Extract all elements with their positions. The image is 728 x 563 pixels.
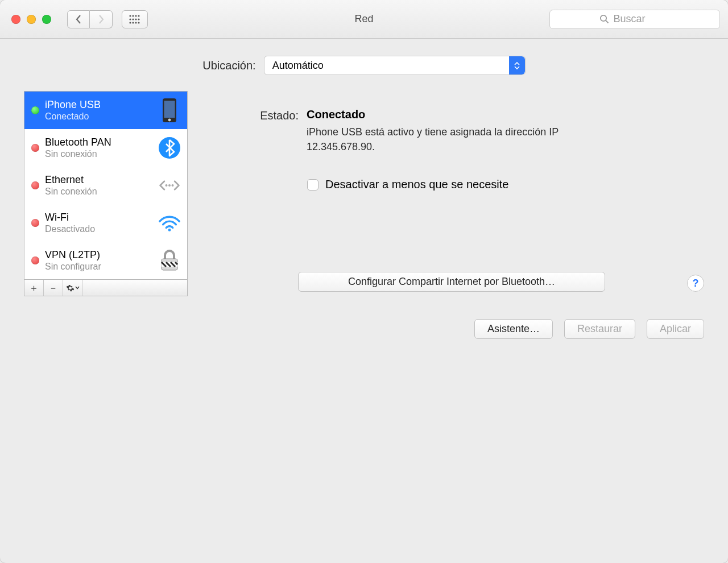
service-name: Wi-Fi	[45, 211, 152, 224]
configure-bluetooth-button[interactable]: Configurar Compartir Internet por Blueto…	[298, 272, 605, 292]
service-text: VPN (L2TP) Sin configurar	[45, 249, 152, 273]
apply-button[interactable]: Aplicar	[647, 319, 704, 339]
back-button[interactable]	[67, 10, 90, 28]
service-text: iPhone USB Conectado	[45, 98, 152, 123]
search-input[interactable]	[614, 13, 671, 25]
status-dot	[31, 219, 39, 227]
svg-point-18	[166, 184, 168, 187]
service-status: Desactivado	[45, 223, 152, 235]
svg-point-20	[171, 184, 173, 187]
svg-point-21	[168, 229, 171, 231]
svg-point-0	[129, 15, 131, 16]
vpn-icon	[158, 249, 181, 272]
svg-point-7	[138, 18, 139, 20]
svg-point-12	[600, 15, 606, 21]
location-row: Ubicación: Automático	[24, 56, 704, 75]
status-value: Conectado	[307, 108, 602, 121]
service-status: Sin configurar	[45, 261, 152, 272]
forward-button[interactable]	[90, 10, 113, 28]
content: Ubicación: Automático iPhone USB Conecta…	[0, 39, 728, 296]
svg-point-11	[138, 22, 139, 23]
grid-icon	[129, 14, 141, 24]
detail-panel: Estado: Conectado iPhone USB está activo…	[199, 91, 704, 296]
service-list-footer: ＋ －	[24, 279, 188, 296]
svg-point-9	[132, 22, 134, 23]
disable-unless-needed-checkbox[interactable]	[307, 179, 318, 191]
plus-icon: ＋	[29, 282, 39, 295]
svg-point-4	[129, 18, 131, 20]
svg-point-10	[135, 22, 136, 23]
svg-rect-15	[164, 101, 175, 118]
location-value: Automático	[272, 60, 324, 72]
service-status: Sin conexión	[45, 148, 152, 160]
help-icon: ?	[693, 278, 699, 289]
window-controls	[11, 15, 51, 24]
gear-icon	[66, 284, 80, 292]
service-name: Ethernet	[45, 173, 152, 187]
titlebar: Red	[0, 0, 728, 39]
service-status: Sin conexión	[45, 186, 152, 197]
revert-button[interactable]: Restaurar	[564, 319, 635, 339]
svg-point-19	[168, 184, 171, 187]
service-item-ethernet[interactable]: Ethernet Sin conexión	[24, 167, 187, 204]
zoom-window-button[interactable]	[42, 15, 51, 24]
remove-service-button[interactable]: －	[44, 280, 63, 296]
nav-buttons	[67, 10, 113, 28]
bluetooth-icon	[158, 136, 181, 159]
service-name: iPhone USB	[45, 98, 152, 111]
service-item-iphone-usb[interactable]: iPhone USB Conectado	[24, 92, 187, 129]
wifi-icon	[158, 213, 181, 233]
svg-point-8	[129, 22, 131, 23]
service-text: Bluetooth PAN Sin conexión	[45, 136, 152, 160]
service-status: Conectado	[45, 111, 152, 122]
help-button[interactable]: ?	[687, 275, 704, 292]
search-icon	[599, 14, 609, 24]
minimize-window-button[interactable]	[27, 15, 36, 24]
svg-point-3	[138, 15, 139, 16]
service-text: Wi-Fi Desactivado	[45, 211, 152, 235]
disable-unless-needed-row[interactable]: Desactivar a menos que se necesite	[307, 178, 693, 191]
add-service-button[interactable]: ＋	[24, 280, 44, 296]
service-sidebar: iPhone USB Conectado Bluetooth PAN Sin c…	[24, 91, 188, 296]
service-name: Bluetooth PAN	[45, 136, 152, 149]
svg-point-2	[135, 15, 136, 16]
status-label: Estado:	[210, 108, 299, 122]
svg-point-5	[132, 18, 134, 20]
service-item-bluetooth-pan[interactable]: Bluetooth PAN Sin conexión	[24, 129, 187, 167]
search-field[interactable]	[549, 10, 720, 29]
iphone-icon	[158, 98, 181, 123]
svg-point-16	[168, 119, 171, 122]
svg-line-13	[606, 20, 609, 23]
service-text: Ethernet Sin conexión	[45, 173, 152, 198]
status-dot	[31, 256, 39, 264]
service-actions-menu[interactable]	[63, 280, 82, 296]
chevron-updown-icon	[509, 56, 525, 74]
location-select[interactable]: Automático	[264, 56, 526, 75]
svg-point-6	[135, 18, 136, 20]
service-name: VPN (L2TP)	[45, 249, 152, 262]
assistant-button[interactable]: Asistente…	[474, 319, 553, 339]
status-description: iPhone USB está activo y tiene asignada …	[307, 125, 602, 154]
close-window-button[interactable]	[11, 15, 20, 24]
service-list[interactable]: iPhone USB Conectado Bluetooth PAN Sin c…	[24, 91, 188, 279]
service-item-wi-fi[interactable]: Wi-Fi Desactivado	[24, 204, 187, 242]
status-dot	[31, 144, 39, 152]
status-dot	[31, 106, 39, 114]
minus-icon: －	[48, 282, 58, 295]
svg-point-1	[132, 15, 134, 16]
show-all-prefs-button[interactable]	[122, 10, 148, 28]
disable-unless-needed-label: Desactivar a menos que se necesite	[325, 178, 508, 191]
footer-filler	[82, 280, 187, 296]
service-item-vpn-l2tp-[interactable]: VPN (L2TP) Sin configurar	[24, 242, 187, 279]
bottom-bar: Asistente… Restaurar Aplicar	[0, 296, 728, 339]
status-dot	[31, 181, 39, 189]
location-label: Ubicación:	[202, 59, 255, 72]
ethernet-icon	[158, 176, 181, 195]
